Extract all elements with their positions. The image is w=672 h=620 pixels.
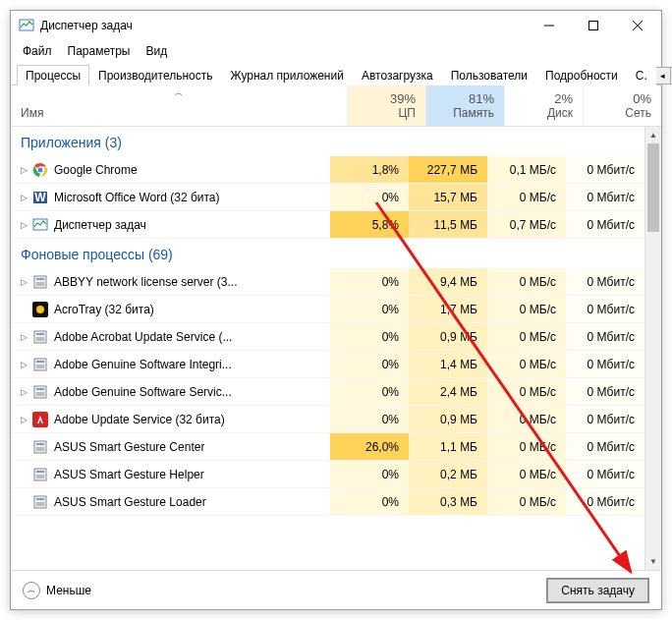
vertical-scrollbar[interactable]: ▲ ▼: [644, 127, 661, 570]
menu-2[interactable]: Вид: [138, 42, 175, 60]
cell: 0,9 МБ: [409, 406, 487, 432]
tab-2[interactable]: Журнал приложений: [222, 65, 353, 85]
process-icon: [32, 329, 48, 345]
cell: 0%: [330, 184, 409, 210]
table-row[interactable]: ▷Adobe Genuine Software Servic...0%2,4 М…: [11, 378, 644, 406]
expand-icon[interactable]: ▷: [17, 360, 30, 369]
scroll-track[interactable]: [645, 143, 661, 553]
svg-text:W: W: [34, 191, 46, 204]
cell: 15,7 МБ: [409, 184, 487, 210]
expand-icon[interactable]: ▷: [17, 415, 30, 424]
col-pct: 2%: [554, 91, 573, 106]
cell: 9,4 МБ: [409, 268, 487, 295]
cell: 0 Мбит/с: [566, 156, 644, 183]
svg-rect-2: [588, 22, 597, 30]
svg-rect-28: [36, 447, 44, 451]
expand-icon[interactable]: ▷: [17, 220, 30, 230]
tab-4[interactable]: Пользователи: [442, 65, 536, 85]
table-row[interactable]: ASUS Smart Gesture Helper0%0,2 МБ0 МБ/с0…: [11, 461, 644, 488]
tab-3[interactable]: Автозагрузка: [353, 65, 442, 85]
cell: 0,2 МБ: [409, 461, 487, 487]
svg-point-15: [36, 306, 44, 313]
table-row[interactable]: ASUS Smart Gesture Loader0%0,3 МБ0 МБ/с0…: [11, 488, 644, 516]
process-name: AcroTray (32 бита): [54, 303, 154, 316]
table-row[interactable]: ▷Диспетчер задач5,8%11,5 МБ0,7 МБ/с0 Мби…: [11, 211, 644, 239]
scroll-up-icon[interactable]: ▲: [645, 127, 661, 143]
svg-rect-33: [36, 498, 44, 500]
col-label: Диск: [547, 106, 573, 120]
table-row[interactable]: ▷Adobe Acrobat Update Service (...0%0,9 …: [11, 323, 644, 351]
cell: 0 Мбит/с: [566, 268, 644, 295]
tab-5[interactable]: Подробности: [536, 65, 627, 85]
process-name: Adobe Genuine Software Servic...: [54, 385, 232, 399]
process-name: Диспетчер задач: [54, 218, 146, 232]
expand-icon[interactable]: ▷: [17, 165, 30, 175]
cell: 0,7 МБ/с: [487, 211, 566, 238]
cell: 227,7 МБ: [409, 156, 487, 183]
process-name: Microsoft Office Word (32 бита): [54, 191, 220, 204]
menu-0[interactable]: Файл: [15, 42, 60, 60]
process-icon: [32, 217, 48, 233]
cell: 0 Мбит/с: [566, 211, 644, 238]
svg-rect-27: [36, 443, 44, 445]
svg-rect-13: [36, 282, 44, 286]
table-row[interactable]: ▷Adobe Update Service (32 бита)0%0,9 МБ0…: [11, 406, 644, 433]
cell: 0%: [330, 351, 409, 377]
svg-rect-21: [36, 365, 44, 368]
cell: 1,7 МБ: [409, 296, 487, 322]
cell: 0,1 МБ/с: [487, 156, 566, 183]
process-icon: W: [32, 190, 48, 205]
cell: 0%: [330, 461, 409, 487]
col-label: Сеть: [625, 106, 651, 120]
tab-6[interactable]: С.: [627, 65, 656, 85]
footer: ︿ Меньше Снять задачу: [11, 570, 661, 609]
expand-icon[interactable]: ▷: [17, 332, 30, 342]
svg-rect-30: [36, 471, 44, 473]
cell: 0 Мбит/с: [566, 323, 644, 350]
cell: 0%: [330, 296, 409, 322]
svg-rect-24: [36, 392, 44, 396]
scroll-down-icon[interactable]: ▼: [645, 553, 661, 570]
maximize-button[interactable]: [571, 12, 615, 39]
tab-1[interactable]: Производительность: [89, 65, 221, 85]
col-header-3[interactable]: 0%Сеть: [583, 85, 661, 126]
col-header-2[interactable]: 2%Диск: [504, 85, 583, 126]
col-name-header[interactable]: ︿ Имя: [11, 85, 347, 126]
expand-icon[interactable]: ▷: [17, 387, 30, 397]
cell: 0 МБ/с: [487, 378, 566, 405]
col-pct: 81%: [469, 91, 494, 106]
col-pct: 0%: [633, 91, 651, 106]
menu-1[interactable]: Параметры: [60, 42, 139, 60]
expand-icon[interactable]: ▷: [17, 277, 30, 287]
cell: 11,5 МБ: [409, 211, 487, 238]
cell: 0 Мбит/с: [566, 488, 644, 515]
cell: 0%: [330, 378, 409, 405]
cell: 0 МБ/с: [487, 433, 566, 460]
cell: 0%: [330, 323, 409, 350]
table-row[interactable]: ▷ABBYY network license server (3...0%9,4…: [11, 268, 644, 296]
col-header-0[interactable]: 39%ЦП: [347, 85, 425, 126]
expand-icon[interactable]: ▷: [17, 193, 30, 202]
end-task-button[interactable]: Снять задачу: [546, 578, 649, 603]
cell: 0 Мбит/с: [566, 296, 644, 322]
close-button[interactable]: [615, 12, 659, 39]
minimize-button[interactable]: [527, 12, 571, 39]
table-row[interactable]: AcroTray (32 бита)0%1,7 МБ0 МБ/с0 Мбит/с: [11, 296, 644, 323]
cell: 0,9 МБ: [409, 323, 487, 350]
table-row[interactable]: ▷WMicrosoft Office Word (32 бита)0%15,7 …: [11, 184, 644, 211]
process-name: Google Chrome: [54, 163, 138, 177]
window-title: Диспетчер задач: [40, 19, 527, 32]
group-header-0: Приложения (3): [11, 127, 644, 156]
tab-prev-icon[interactable]: ◂: [655, 67, 671, 85]
table-row[interactable]: ASUS Smart Gesture Center26,0%1,1 МБ0 МБ…: [11, 433, 644, 461]
scroll-thumb[interactable]: [647, 143, 659, 232]
titlebar[interactable]: Диспетчер задач: [11, 11, 661, 40]
cell: 0,3 МБ: [409, 488, 487, 515]
tab-strip: ПроцессыПроизводительностьЖурнал приложе…: [11, 62, 661, 85]
tab-0[interactable]: Процессы: [17, 65, 89, 85]
table-row[interactable]: ▷Google Chrome1,8%227,7 МБ0,1 МБ/с0 Мбит…: [11, 156, 644, 184]
col-header-1[interactable]: 81%Память: [425, 85, 504, 126]
fewer-details-button[interactable]: ︿ Меньше: [23, 582, 91, 599]
svg-rect-34: [36, 502, 44, 506]
table-row[interactable]: ▷Adobe Genuine Software Integri...0%1,4 …: [11, 351, 644, 378]
